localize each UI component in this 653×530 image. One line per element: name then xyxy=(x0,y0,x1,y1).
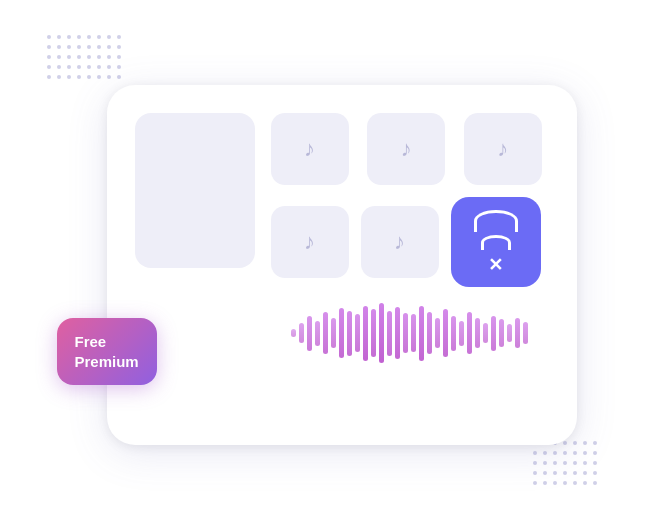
note-icon-3: ♪ xyxy=(497,136,508,162)
wave-bar xyxy=(491,316,496,351)
wave-bar xyxy=(363,306,368,361)
scene: ♪ ♪ ♪ ♪ ♪ xyxy=(47,35,607,495)
right-area: ♪ ♪ ♪ ♪ ♪ xyxy=(271,113,549,413)
wave-bar xyxy=(443,309,448,357)
music-tile-3: ♪ xyxy=(464,113,542,185)
wave-bar xyxy=(355,314,360,352)
waveform-area xyxy=(271,303,549,363)
music-tiles-bottom-row: ♪ ♪ ✕ xyxy=(271,197,549,287)
wave-bar xyxy=(419,306,424,361)
wave-bar xyxy=(499,319,504,347)
wave-bar xyxy=(395,307,400,359)
free-premium-line2: Premium xyxy=(75,353,139,370)
music-tile-1: ♪ xyxy=(271,113,349,185)
wave-bar xyxy=(515,318,520,348)
wave-bar xyxy=(475,318,480,348)
wave-bar xyxy=(403,313,408,353)
wave-bar xyxy=(299,323,304,343)
dot-grid-bottom-right xyxy=(533,441,597,485)
wave-bar xyxy=(307,316,312,351)
wifi-arcs xyxy=(474,210,518,250)
tablet-card: ♪ ♪ ♪ ♪ ♪ xyxy=(107,85,577,445)
wave-bar xyxy=(411,314,416,352)
note-icon-5: ♪ xyxy=(394,229,405,255)
left-panel xyxy=(135,113,255,268)
wave-bar xyxy=(483,323,488,343)
waveform xyxy=(291,303,528,363)
wave-bar xyxy=(347,311,352,356)
wifi-arc-medium xyxy=(481,235,511,250)
dot-grid-top-left xyxy=(47,35,121,79)
note-icon-1: ♪ xyxy=(304,136,315,162)
music-tile-4: ♪ xyxy=(271,206,349,278)
free-premium-badge: Free Premium xyxy=(57,318,157,385)
note-icon-2: ♪ xyxy=(401,136,412,162)
wave-bar xyxy=(323,312,328,354)
music-tile-2: ♪ xyxy=(367,113,445,185)
wave-bar xyxy=(379,303,384,363)
wave-bar xyxy=(387,311,392,356)
wave-bar xyxy=(451,316,456,351)
wave-bar xyxy=(467,312,472,354)
music-tiles-top-row: ♪ ♪ ♪ xyxy=(271,113,549,185)
wifi-error-block: ✕ xyxy=(451,197,541,287)
wave-bar xyxy=(331,318,336,348)
wifi-x-icon: ✕ xyxy=(488,256,503,274)
music-tile-5: ♪ xyxy=(361,206,439,278)
wifi-arc-large xyxy=(474,210,518,232)
wave-bar xyxy=(507,324,512,342)
wave-bar xyxy=(315,321,320,346)
wifi-error-icon: ✕ xyxy=(474,210,518,274)
free-premium-line1: Free xyxy=(75,333,107,350)
wave-bar xyxy=(427,312,432,354)
wave-bar xyxy=(371,309,376,357)
wave-bar xyxy=(435,318,440,348)
wave-bar xyxy=(291,329,296,337)
wave-bar xyxy=(523,322,528,344)
note-icon-4: ♪ xyxy=(304,229,315,255)
wave-bar xyxy=(339,308,344,358)
wave-bar xyxy=(459,321,464,346)
